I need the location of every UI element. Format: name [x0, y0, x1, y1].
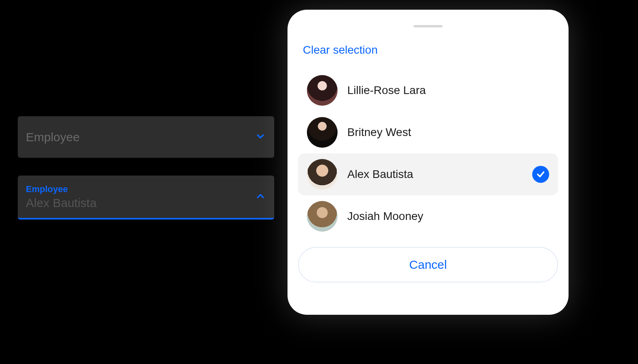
chevron-down-icon [255, 131, 266, 144]
avatar-icon [307, 201, 338, 232]
option-item[interactable]: Britney West [298, 111, 558, 153]
employee-select-expanded[interactable]: Employee Alex Bautista [18, 176, 274, 220]
option-label: Alex Bautista [347, 168, 523, 181]
cancel-button-label: Cancel [409, 258, 447, 272]
avatar-icon [307, 159, 338, 190]
employee-float-label: Employee [26, 184, 266, 195]
sheet-grabber[interactable] [413, 25, 443, 27]
option-item[interactable]: Josiah Mooney [298, 195, 558, 237]
option-label: Lillie-Rose Lara [347, 84, 549, 97]
clear-selection-link[interactable]: Clear selection [298, 44, 378, 56]
employee-selected-value: Alex Bautista [26, 196, 266, 210]
picker-sheet-container: Clear selection Lillie-Rose Lara Britney… [283, 0, 573, 323]
option-label: Britney West [347, 126, 549, 139]
employee-select-collapsed[interactable]: Employee [18, 116, 274, 158]
picker-sheet: Clear selection Lillie-Rose Lara Britney… [288, 10, 569, 315]
avatar-icon [307, 75, 338, 106]
option-label: Josiah Mooney [347, 210, 549, 223]
avatar-icon [307, 117, 338, 148]
checkmark-icon [532, 166, 549, 183]
chevron-up-icon [255, 190, 266, 203]
cancel-button[interactable]: Cancel [298, 247, 558, 282]
option-list: Lillie-Rose Lara Britney West Alex Bauti… [298, 69, 558, 237]
employee-placeholder: Employee [26, 130, 80, 144]
option-item-selected[interactable]: Alex Bautista [298, 153, 558, 195]
option-item[interactable]: Lillie-Rose Lara [298, 69, 558, 111]
employee-dropdown-stack: Employee Employee Alex Bautista [18, 116, 274, 220]
